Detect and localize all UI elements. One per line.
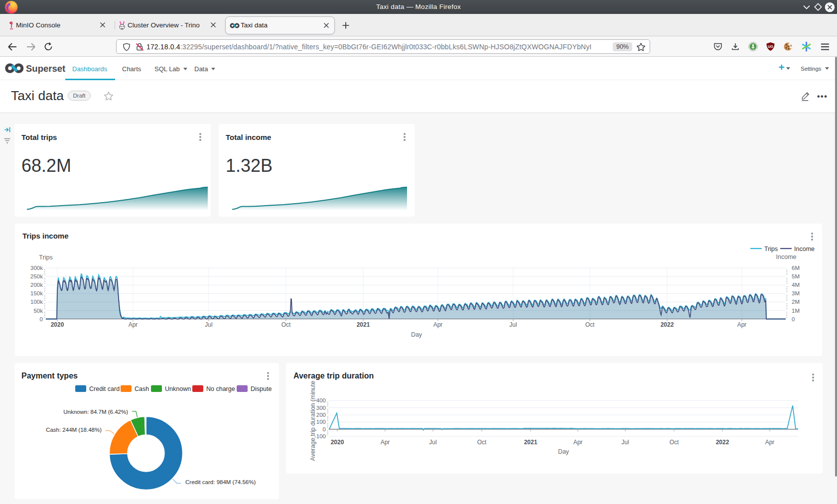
svg-text:200k: 200k xyxy=(30,282,43,288)
svg-text:Dispute: Dispute xyxy=(251,385,272,392)
svg-text:2022: 2022 xyxy=(661,321,674,328)
svg-text:4M: 4M xyxy=(792,282,800,288)
svg-text:2021: 2021 xyxy=(524,439,538,446)
svg-text:400: 400 xyxy=(316,397,326,403)
svg-text:Unknown: Unknown xyxy=(165,385,191,392)
svg-text:Credit card: Credit card xyxy=(89,385,120,392)
svg-text:Oct: Oct xyxy=(670,439,679,446)
svg-text:300: 300 xyxy=(316,405,326,411)
svg-text:300k: 300k xyxy=(30,265,43,271)
svg-text:Cash: 244M (18.48%): Cash: 244M (18.48%) xyxy=(46,427,102,433)
svg-text:2022: 2022 xyxy=(716,439,729,446)
svg-text:0: 0 xyxy=(40,316,43,322)
svg-text:Credit card: 984M (74.56%): Credit card: 984M (74.56%) xyxy=(185,479,256,485)
svg-text:0: 0 xyxy=(323,426,326,432)
svg-text:50k: 50k xyxy=(33,308,43,314)
svg-text:Income: Income xyxy=(776,253,797,260)
svg-text:Trips: Trips xyxy=(764,246,778,252)
svg-text:2021: 2021 xyxy=(357,321,370,328)
svg-text:5M: 5M xyxy=(792,273,800,279)
svg-text:0: 0 xyxy=(792,316,795,322)
svg-text:Apr: Apr xyxy=(573,439,583,446)
svg-text:Day: Day xyxy=(411,331,422,338)
svg-text:Cash: Cash xyxy=(135,385,149,392)
svg-text:Oct: Oct xyxy=(585,321,595,328)
svg-text:No charge: No charge xyxy=(206,385,235,392)
svg-text:6M: 6M xyxy=(792,265,800,271)
svg-text:Jul: Jul xyxy=(429,439,436,446)
svg-text:2M: 2M xyxy=(792,299,800,305)
svg-text:150k: 150k xyxy=(30,290,43,296)
svg-text:Jul: Jul xyxy=(621,439,629,446)
svg-text:3M: 3M xyxy=(792,290,800,296)
svg-text:Apr: Apr xyxy=(381,439,390,446)
svg-text:2020: 2020 xyxy=(331,439,344,446)
svg-text:Apr: Apr xyxy=(433,321,443,328)
svg-text:Unknown: 84.7M (6.42%): Unknown: 84.7M (6.42%) xyxy=(63,409,128,415)
svg-text:Oct: Oct xyxy=(477,439,487,446)
svg-text:250k: 250k xyxy=(30,273,43,279)
svg-text:Apr: Apr xyxy=(737,321,747,328)
svg-text:Income: Income xyxy=(794,246,815,252)
svg-text:Average trip duration (minute: Average trip duration (minute xyxy=(309,380,316,461)
svg-text:2020: 2020 xyxy=(51,321,64,328)
svg-text:Jul: Jul xyxy=(509,321,517,328)
svg-text:1M: 1M xyxy=(792,308,800,314)
svg-text:Jul: Jul xyxy=(205,321,212,328)
svg-text:100k: 100k xyxy=(30,299,43,305)
svg-text:Trips: Trips xyxy=(39,254,52,261)
svg-text:Day: Day xyxy=(558,448,569,455)
svg-text:100: 100 xyxy=(316,419,326,425)
svg-text:Apr: Apr xyxy=(129,321,138,328)
svg-text:Oct: Oct xyxy=(281,321,291,328)
svg-text:200: 200 xyxy=(316,412,326,418)
svg-text:Apr: Apr xyxy=(765,439,775,446)
